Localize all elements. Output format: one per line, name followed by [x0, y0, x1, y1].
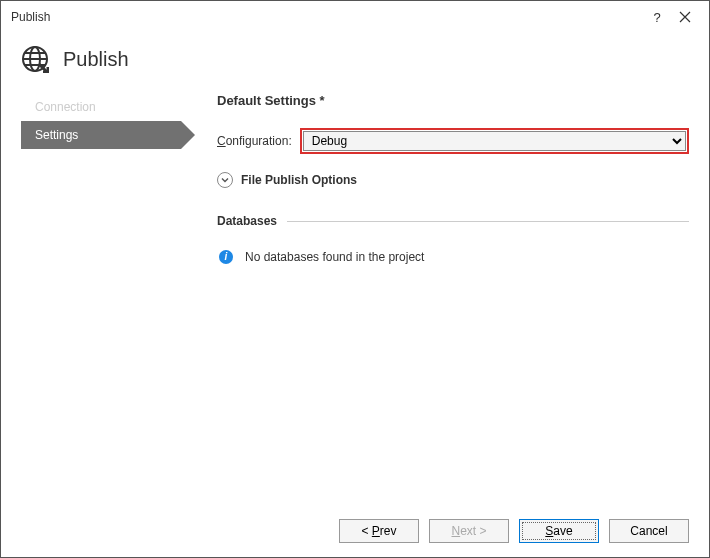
dialog-header: Publish	[1, 33, 709, 93]
configuration-row: Configuration: Debug	[217, 128, 689, 154]
databases-message: i No databases found in the project	[217, 250, 689, 264]
page-title: Publish	[63, 48, 129, 71]
close-icon	[679, 11, 691, 23]
dialog-footer: < Prev Next > Save Cancel	[1, 505, 709, 557]
configuration-select[interactable]: Debug	[303, 131, 686, 151]
sidebar-item-label: Settings	[35, 128, 78, 142]
save-button[interactable]: Save	[519, 519, 599, 543]
sidebar-item-connection: Connection	[21, 93, 181, 121]
sidebar: Connection Settings	[21, 93, 181, 505]
file-publish-options-label: File Publish Options	[241, 173, 357, 187]
chevron-down-icon	[217, 172, 233, 188]
next-button: Next >	[429, 519, 509, 543]
cancel-button[interactable]: Cancel	[609, 519, 689, 543]
titlebar: Publish ?	[1, 1, 709, 33]
close-button[interactable]	[671, 11, 699, 23]
section-title: Default Settings *	[217, 93, 689, 108]
file-publish-options-toggle[interactable]: File Publish Options	[217, 172, 689, 188]
prev-button[interactable]: < Prev	[339, 519, 419, 543]
sidebar-item-settings[interactable]: Settings	[21, 121, 181, 149]
databases-header: Databases	[217, 214, 689, 228]
divider	[287, 221, 689, 222]
databases-message-text: No databases found in the project	[245, 250, 424, 264]
main-panel: Default Settings * Configuration: Debug …	[181, 93, 689, 505]
databases-title: Databases	[217, 214, 277, 228]
window-title: Publish	[11, 10, 643, 24]
configuration-highlight: Debug	[300, 128, 689, 154]
help-button[interactable]: ?	[643, 10, 671, 25]
dialog-content: Connection Settings Default Settings * C…	[1, 93, 709, 505]
publish-icon	[21, 45, 49, 73]
info-icon: i	[219, 250, 233, 264]
configuration-label: Configuration:	[217, 134, 292, 148]
sidebar-item-label: Connection	[35, 100, 96, 114]
